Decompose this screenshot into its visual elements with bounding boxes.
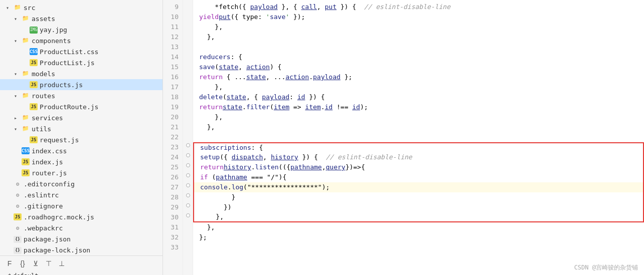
sidebar-item--webpackrc[interactable]: ⚙.webpackrc bbox=[0, 222, 163, 233]
gutter bbox=[183, 0, 193, 275]
folder-icon: 📁 bbox=[21, 92, 30, 99]
line-number: 17 bbox=[167, 82, 179, 92]
item-label: src bbox=[24, 4, 35, 12]
expand-arrow: ▾ bbox=[14, 71, 21, 77]
expand-arrow: ▾ bbox=[6, 5, 13, 11]
line-number: 19 bbox=[167, 102, 179, 112]
sidebar-item-index-js[interactable]: JSindex.js bbox=[0, 156, 163, 167]
item-label: .eslintrc bbox=[24, 191, 59, 199]
folder-icon: 📁 bbox=[21, 114, 30, 121]
move-icon[interactable]: ⊥ bbox=[56, 258, 67, 269]
folder-icon: 📁 bbox=[21, 37, 30, 44]
code-line: }) bbox=[193, 202, 644, 212]
sidebar-item-ProductList-css[interactable]: CSSProductList.css bbox=[0, 46, 163, 57]
item-label: ProductList.css bbox=[40, 48, 98, 56]
sidebar-item-products-js[interactable]: JSproducts.js bbox=[0, 79, 163, 90]
sidebar-item-components[interactable]: ▾📁components bbox=[0, 35, 163, 46]
folder-icon: 📁 bbox=[21, 70, 30, 77]
js-icon: JS bbox=[29, 81, 38, 88]
hierarchy-icon[interactable]: ⊻ bbox=[30, 258, 41, 269]
sidebar-item-router-js[interactable]: JSrouter.js bbox=[0, 167, 163, 178]
item-label: components bbox=[32, 37, 71, 45]
code-line: delete(state, { payload: id }) { bbox=[193, 92, 644, 102]
breakpoint-dot[interactable] bbox=[186, 213, 190, 217]
line-number: 29 bbox=[167, 202, 179, 212]
bottom-toolbar: F {} ⊻ ⊤ ⊥ ⎇ default bbox=[0, 255, 163, 275]
sidebar-item-request-js[interactable]: JSrequest.js bbox=[0, 134, 163, 145]
function-icon[interactable]: {} bbox=[17, 258, 28, 269]
breakpoint-dot[interactable] bbox=[186, 163, 190, 167]
line-number: 12 bbox=[167, 32, 179, 42]
line-number: 13 bbox=[167, 42, 179, 52]
code-line: return history.listen(({pathname,query})… bbox=[193, 162, 644, 172]
item-label: yay.jpg bbox=[40, 26, 67, 34]
sidebar-item-utils[interactable]: ▾📁utils bbox=[0, 123, 163, 134]
breakpoint-dot[interactable] bbox=[186, 193, 190, 197]
json-icon: {} bbox=[13, 235, 22, 242]
sidebar-item-package-lock-json[interactable]: {}package-lock.json bbox=[0, 244, 163, 255]
line-number: 21 bbox=[167, 122, 179, 132]
structure-icon[interactable]: F bbox=[4, 258, 15, 269]
code-line: subscriptions: { bbox=[193, 142, 644, 152]
sidebar-item--gitignore[interactable]: ⚙.gitignore bbox=[0, 200, 163, 211]
dot-icon: ⚙ bbox=[13, 180, 22, 187]
folder-icon: 📁 bbox=[21, 125, 30, 132]
line-number: 20 bbox=[167, 112, 179, 122]
code-line: return state.filter(item => item.id !== … bbox=[193, 102, 644, 112]
expand-arrow: ▾ bbox=[14, 16, 21, 22]
watermark: CSDN @宫崎骏的杂货铺 bbox=[574, 263, 638, 272]
code-lines: *fetch({ payload }, { call, put }) { // … bbox=[193, 0, 644, 275]
item-label: products.js bbox=[40, 81, 83, 89]
folder-icon: 📁 bbox=[21, 15, 30, 22]
main-container: ▾📁src▾📁assetsIMGyay.jpg▾📁componentsCSSPr… bbox=[0, 0, 644, 275]
sidebar-item-assets[interactable]: ▾📁assets bbox=[0, 13, 163, 24]
code-line: *fetch({ payload }, { call, put }) { // … bbox=[193, 2, 644, 12]
code-line: }, bbox=[193, 32, 644, 42]
breakpoint-dot[interactable] bbox=[186, 153, 190, 157]
pin-icon[interactable]: ⊤ bbox=[43, 258, 54, 269]
code-line: }, bbox=[193, 222, 644, 232]
item-label: utils bbox=[32, 125, 51, 133]
css-icon: CSS bbox=[21, 147, 30, 154]
sidebar-item-index-css[interactable]: CSSindex.css bbox=[0, 145, 163, 156]
expand-arrow: ▾ bbox=[14, 126, 21, 132]
item-label: package-lock.json bbox=[24, 246, 90, 254]
item-label: request.js bbox=[40, 136, 79, 144]
sidebar-item-routes[interactable]: ▾📁routes bbox=[0, 90, 163, 101]
breakpoint-dot[interactable] bbox=[186, 203, 190, 207]
code-line bbox=[193, 132, 644, 142]
item-label: services bbox=[32, 114, 63, 122]
code-line: reducers: { bbox=[193, 52, 644, 62]
folder-icon: 📁 bbox=[13, 4, 22, 11]
sidebar-item-src[interactable]: ▾📁src bbox=[0, 2, 163, 13]
item-label: assets bbox=[32, 15, 55, 23]
breakpoint-dot[interactable] bbox=[186, 173, 190, 177]
item-label: index.js bbox=[32, 158, 63, 166]
toolbar-icons: F {} ⊻ ⊤ ⊥ bbox=[4, 258, 67, 269]
code-line: }; bbox=[193, 232, 644, 242]
breakpoint-dot[interactable] bbox=[186, 143, 190, 147]
line-number: 11 bbox=[167, 22, 179, 32]
sidebar-item-yay-jpg[interactable]: IMGyay.jpg bbox=[0, 24, 163, 35]
sidebar-item-package-json[interactable]: {}package.json bbox=[0, 233, 163, 244]
item-label: .roadhogrc.mock.js bbox=[24, 213, 94, 221]
expand-arrow: ▸ bbox=[14, 115, 21, 121]
sidebar-item-ProductList-js[interactable]: JSProductList.js bbox=[0, 57, 163, 68]
expand-arrow: ▾ bbox=[14, 93, 21, 99]
code-line: }, bbox=[193, 22, 644, 32]
dot-icon: ⚙ bbox=[13, 191, 22, 198]
sidebar-item-services[interactable]: ▸📁services bbox=[0, 112, 163, 123]
code-line: }, bbox=[193, 82, 644, 92]
line-number: 28 bbox=[167, 192, 179, 202]
css-icon: CSS bbox=[29, 48, 38, 55]
sidebar-item--editorconfig[interactable]: ⚙.editorconfig bbox=[0, 178, 163, 189]
line-number: 16 bbox=[167, 72, 179, 82]
breakpoint-dot[interactable] bbox=[186, 183, 190, 187]
code-line: console.log("*****************"); bbox=[193, 182, 644, 192]
sidebar-item-ProductRoute-js[interactable]: JSProductRoute.js bbox=[0, 101, 163, 112]
sidebar-item--roadhogrc-mock-js[interactable]: JS.roadhogrc.mock.js bbox=[0, 211, 163, 222]
sidebar-item--eslintrc[interactable]: ⚙.eslintrc bbox=[0, 189, 163, 200]
line-number: 30 bbox=[167, 212, 179, 222]
editor-area[interactable]: 9101112131415161718192021222324252627282… bbox=[163, 0, 644, 275]
sidebar-item-models[interactable]: ▾📁models bbox=[0, 68, 163, 79]
